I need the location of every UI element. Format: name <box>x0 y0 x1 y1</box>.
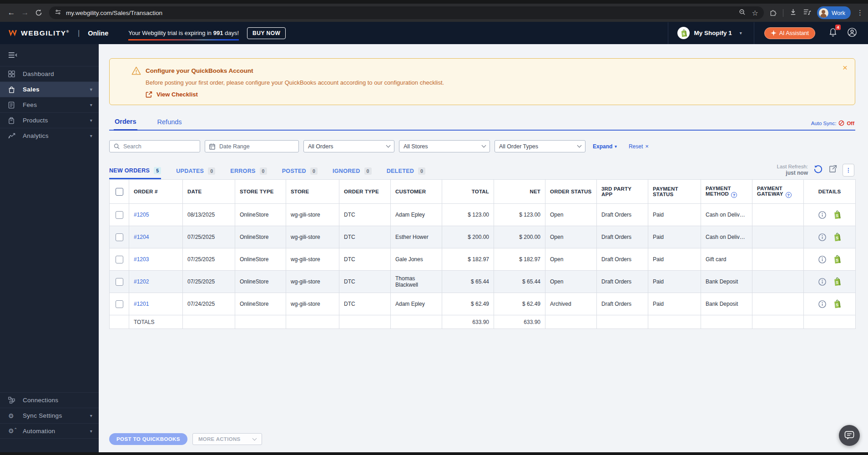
downloads-icon[interactable] <box>789 8 797 18</box>
forward-icon[interactable]: → <box>18 6 32 20</box>
browser-menu-icon[interactable]: ⋮ <box>857 9 863 17</box>
subtab-ignored[interactable]: IGNORED0 <box>333 167 372 178</box>
cell-payment-status: Paid <box>648 248 701 271</box>
webgility-mark-icon <box>8 30 17 37</box>
select-all-checkbox[interactable] <box>116 188 123 196</box>
shopify-icon[interactable]: S <box>833 210 841 219</box>
row-checkbox[interactable] <box>116 256 123 263</box>
subtab-errors[interactable]: ERRORS0 <box>230 167 267 178</box>
row-checkbox[interactable] <box>116 300 123 308</box>
orders-filter-select[interactable]: All Orders <box>303 140 394 152</box>
search-box[interactable] <box>109 140 200 152</box>
tab-orders[interactable]: Orders <box>114 115 137 131</box>
stores-filter-select[interactable]: All Stores <box>399 140 490 152</box>
chat-widget-button[interactable] <box>839 425 860 446</box>
sidebar-item-fees[interactable]: Fees ▾ <box>0 97 99 112</box>
reading-list-icon[interactable] <box>803 8 811 17</box>
warning-icon <box>131 66 141 75</box>
table-row: #120407/25/2025OnlineStorewg-gili-storeD… <box>110 226 856 248</box>
page-tabs: Orders Refunds Auto Sync: Off <box>109 115 855 131</box>
more-actions-dropdown[interactable]: MORE ACTIONS <box>192 433 262 445</box>
order-info-icon[interactable] <box>818 300 827 308</box>
account-button[interactable] <box>847 27 857 39</box>
ai-assistant-button[interactable]: AI Assistant <box>764 27 815 39</box>
table-options-menu[interactable]: ⋮ <box>843 164 854 177</box>
auto-sync-toggle[interactable]: Auto Sync: Off <box>811 120 855 130</box>
url-text[interactable]: my.webgility.com/Sales/Transaction <box>66 10 739 16</box>
order-link[interactable]: #1201 <box>129 293 183 315</box>
shopify-icon[interactable]: S <box>833 255 841 264</box>
expand-filters-link[interactable]: Expand▾ <box>593 143 617 150</box>
chat-icon <box>844 431 854 440</box>
chevron-down-icon <box>386 143 391 148</box>
store-caret-icon: ▾ <box>740 30 742 35</box>
cell-3rd-party-app: Draft Orders <box>597 226 648 248</box>
sidebar-item-label: Analytics <box>23 132 49 139</box>
sidebar-item-label: Automation <box>23 428 55 435</box>
browser-profile-chip[interactable]: Work <box>817 6 851 19</box>
profile-avatar <box>819 8 828 18</box>
view-checklist-link[interactable]: View Checklist <box>156 91 198 98</box>
close-icon[interactable]: × <box>843 63 848 72</box>
order-info-icon[interactable] <box>818 278 827 286</box>
reset-filters-link[interactable]: Reset× <box>629 143 649 150</box>
help-icon[interactable]: ? <box>731 192 737 198</box>
subtab-deleted[interactable]: DELETED0 <box>387 167 426 178</box>
extensions-icon[interactable] <box>769 8 777 18</box>
cell-date: 07/24/2025 <box>183 293 235 315</box>
subtab-new-orders[interactable]: NEW ORDERS5 <box>109 167 161 179</box>
site-info-icon[interactable] <box>55 9 61 17</box>
bookmark-star-icon[interactable]: ☆ <box>752 9 758 17</box>
reload-icon[interactable] <box>32 6 45 20</box>
export-icon[interactable] <box>828 165 837 175</box>
order-info-icon[interactable] <box>818 255 827 264</box>
refresh-icon[interactable] <box>813 164 823 176</box>
sidebar-collapse-button[interactable] <box>0 44 99 66</box>
back-icon[interactable]: ← <box>5 6 18 20</box>
cell-order-type: DTC <box>339 226 391 248</box>
tab-refunds[interactable]: Refunds <box>156 116 183 130</box>
row-checkbox[interactable] <box>116 278 123 286</box>
order-types-filter-select[interactable]: All Order Types <box>495 140 585 152</box>
help-icon[interactable]: ? <box>786 192 792 198</box>
shopify-icon[interactable]: S <box>833 299 841 308</box>
cell-total: $ 62.49 <box>442 293 494 315</box>
subtab-updates[interactable]: UPDATES0 <box>176 167 215 178</box>
cell-payment-gateway <box>752 204 804 226</box>
quickbooks-alert-banner: Configure your QuickBooks Account Before… <box>109 58 855 105</box>
row-checkbox[interactable] <box>116 211 123 219</box>
sidebar-item-sales[interactable]: Sales ▾ <box>0 81 99 97</box>
order-info-icon[interactable] <box>818 233 827 242</box>
buy-now-button[interactable]: BUY NOW <box>247 27 286 39</box>
sidebar-item-products[interactable]: Products ▾ <box>0 112 99 128</box>
footer-actions: POST TO QUICKBOOKS MORE ACTIONS <box>109 429 855 452</box>
chevron-down-icon: ▾ <box>615 144 617 149</box>
post-to-quickbooks-button[interactable]: POST TO QUICKBOOKS <box>109 433 187 445</box>
svg-text:S: S <box>836 303 838 307</box>
notifications-button[interactable]: 4 <box>829 28 837 39</box>
order-info-icon[interactable] <box>818 211 827 219</box>
cell-store: wg-gili-store <box>286 293 339 315</box>
subtab-posted[interactable]: POSTED0 <box>282 167 318 178</box>
address-bar[interactable]: my.webgility.com/Sales/Transaction ☆ <box>49 6 764 19</box>
store-selector[interactable]: S My Shopify 1 ▾ <box>668 27 753 39</box>
order-link[interactable]: #1204 <box>129 226 183 248</box>
sidebar-item-dashboard[interactable]: Dashboard <box>0 66 99 81</box>
sidebar-item-automation[interactable]: ⚙ˆ Automation ▾ <box>0 423 99 439</box>
banner-title: Configure your QuickBooks Account <box>146 67 253 74</box>
shopify-icon[interactable]: S <box>833 277 841 286</box>
shopify-icon[interactable]: S <box>833 233 841 242</box>
order-link[interactable]: #1203 <box>129 248 183 271</box>
sidebar-item-analytics[interactable]: Analytics ▾ <box>0 128 99 143</box>
date-range-picker[interactable]: Date Range <box>205 140 299 152</box>
cell-order-type: DTC <box>339 248 391 271</box>
sidebar-item-connections[interactable]: Connections <box>0 392 99 408</box>
order-link[interactable]: #1205 <box>129 204 183 226</box>
sidebar-item-sync-settings[interactable]: ⚙ Sync Settings ▾ <box>0 408 99 423</box>
date-range-value: Date Range <box>219 143 250 150</box>
search-input[interactable] <box>123 143 192 150</box>
order-link[interactable]: #1202 <box>129 271 183 293</box>
row-checkbox[interactable] <box>116 233 123 241</box>
zoom-page-icon[interactable] <box>739 9 746 17</box>
toolbar-divider <box>783 9 783 17</box>
